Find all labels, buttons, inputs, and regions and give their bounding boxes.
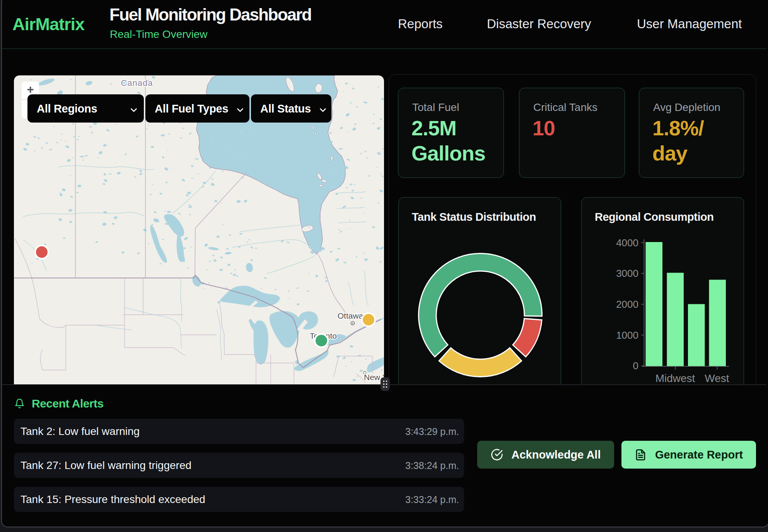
- svg-text:2000: 2000: [616, 298, 638, 310]
- svg-text:Midwest: Midwest: [655, 372, 695, 384]
- svg-text:4000: 4000: [616, 237, 638, 249]
- svg-text:West: West: [705, 372, 729, 384]
- svg-text:0: 0: [633, 360, 638, 372]
- svg-text:1000: 1000: [616, 329, 638, 341]
- svg-text:3000: 3000: [616, 268, 638, 279]
